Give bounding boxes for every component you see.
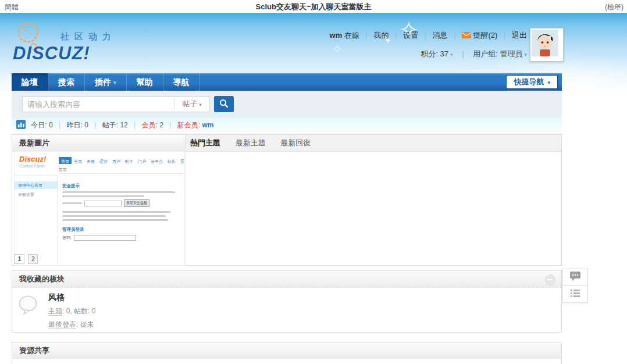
main-nav: 論壇 搜索 插件▾ 幫助 導航 快捷导航▾ [12, 73, 562, 91]
pager-page-2[interactable]: 2 [28, 254, 38, 264]
nav-item-help[interactable]: 幫助 [127, 73, 163, 91]
nav-item-plugins[interactable]: 插件▾ [85, 73, 127, 91]
user-meta-bar: 积分: 37▾ | 用户组: 管理員▾ [421, 49, 527, 59]
thumb-tab: 站长 [165, 157, 178, 164]
comments-mode-button[interactable] [562, 269, 588, 286]
tab-hot-topics[interactable]: 熱門主題 [190, 135, 220, 151]
pager-page-1[interactable]: 1 [15, 254, 24, 264]
separator: | [454, 31, 455, 40]
latest-images-title: 最新圖片 [12, 138, 49, 147]
thumb-sidebar-item: 管理中心首页 [15, 181, 58, 189]
forum-last-post: 最後發表: 從未 [48, 320, 554, 330]
topics-count-link[interactable]: 主题 [48, 307, 62, 316]
thumb-discuz-logo: Discuz! [19, 155, 46, 163]
stats-chart-icon [16, 119, 26, 135]
stat-today: 今日: 0 [31, 121, 52, 129]
thumb-security-heading: 安全提示 [62, 183, 180, 189]
search-scope-dropdown[interactable]: 帖子▾ [174, 99, 209, 109]
nav-item-search[interactable]: 搜索 [48, 73, 85, 91]
chevron-down-icon: ▾ [547, 80, 550, 85]
separator: | [169, 121, 171, 129]
messages-link[interactable]: 消息 [433, 31, 448, 40]
block-header: 资源共享 [12, 342, 561, 359]
thumb-tab: 用户 [110, 157, 123, 164]
thumb-tab: 界面 [84, 157, 97, 164]
forum-stats: 主题: 0, 帖数: 0 [48, 306, 554, 316]
collapse-button[interactable] [545, 274, 555, 285]
speech-bubble-icon [569, 271, 581, 284]
logout-link[interactable]: 退出 [512, 31, 527, 40]
chevron-down-icon: ▾ [113, 80, 116, 85]
image-slider-panel: Discuz! Control Panel 首页全局界面运营用户帖子门户云平台站… [12, 152, 186, 265]
search-input[interactable] [23, 100, 174, 109]
thumb-tab: 云平台 [148, 157, 165, 164]
resources-title: 资源共享 [12, 345, 49, 356]
thumb-input [84, 201, 122, 206]
thumb-admin-main: 安全提示 禁用安全提醒 管理员登录 密码: [58, 175, 184, 265]
mail-icon [462, 31, 471, 40]
thumb-sidebar-item: 界面设置 [15, 192, 58, 198]
usergroup-dropdown[interactable]: 用户组: 管理員▾ [473, 49, 527, 58]
topic-tabs: 熱門主題 最新主題 最新回復 [186, 135, 561, 151]
favorites-title: 我收藏的板块 [12, 274, 65, 284]
chevron-down-icon: ▾ [524, 52, 527, 58]
separator: | [395, 31, 397, 40]
favorite-forums-block: 我收藏的板块 风格 主题: 0, 帖数: 0 最後發表: 從未 [12, 270, 562, 333]
site-logo[interactable]: 社区动力 DISCUZ! [13, 21, 164, 63]
thumb-logo-subtitle: Control Panel [20, 164, 44, 168]
thumb-tab: 门户 [136, 157, 148, 164]
separator: | [94, 121, 96, 129]
my-menu-link[interactable]: 我的 [374, 31, 389, 40]
top-bar: 簡體 Sclub交友聊天~加入聊天室當版主 (檢舉) [0, 0, 627, 13]
search-button[interactable] [214, 96, 234, 112]
report-link[interactable]: (檢舉) [605, 2, 624, 12]
separator: | [462, 49, 464, 58]
username-link[interactable]: wm [330, 31, 343, 40]
block-header: 最新圖片 熱門主題 最新主題 最新回復 [12, 135, 561, 152]
latest-image-thumbnail[interactable]: Discuz! Control Panel 首页全局界面运营用户帖子门户云平台站… [15, 152, 184, 265]
thumb-admin-tabs: 首页全局界面运营用户帖子门户云平台站长应用 [59, 155, 184, 164]
separator: | [59, 121, 60, 129]
quick-nav-button[interactable]: 快捷导航▾ [506, 75, 558, 89]
last-post-link[interactable]: 最後發表 [48, 320, 76, 329]
thumb-disable-button: 禁用安全提醒 [124, 199, 149, 207]
nav-item-navigation[interactable]: 導航 [163, 73, 200, 91]
forum-name-link[interactable]: 风格 [48, 292, 554, 303]
separator: | [134, 121, 136, 129]
thumb-tab: 应用 [178, 157, 184, 164]
logo-title: DISCUZ! [13, 43, 90, 64]
settings-link[interactable]: 设置 [403, 31, 418, 40]
thumb-tab: 帖子 [123, 157, 136, 164]
list-mode-button[interactable] [562, 286, 588, 303]
avatar[interactable] [530, 28, 564, 62]
stat-members: 会员: 2 [142, 121, 163, 129]
separator: | [366, 31, 368, 40]
star-decoration-icon: ✧ [332, 42, 342, 57]
search-icon [219, 102, 229, 110]
block-header: 我收藏的板块 [12, 271, 561, 287]
chevron-down-icon: ▾ [450, 52, 453, 58]
resources-block: 资源共享 [12, 342, 562, 364]
forum-stats-bar: 今日: 0 | 昨日: 0 | 帖子: 12 | 会员: 2 | 新会员: wm [12, 117, 562, 134]
newest-member-link[interactable]: wm [202, 121, 213, 129]
credits-dropdown[interactable]: 积分: 37▾ [421, 49, 453, 58]
chevron-down-icon: ▾ [199, 102, 202, 108]
floating-toolbar [562, 269, 588, 303]
site-title: Sclub交友聊天~加入聊天室當版主 [0, 2, 627, 12]
search-input-group: 帖子▾ [22, 96, 209, 112]
thumb-login-heading: 管理员登录 [62, 227, 180, 233]
separator: | [425, 31, 426, 40]
nav-item-forum[interactable]: 論壇 [12, 73, 48, 91]
tab-latest-topics[interactable]: 最新主題 [236, 135, 266, 151]
user-bar: wm 在線 | 我的 | 设置 | 消息 | 提醒(2) | 退出 [330, 30, 527, 41]
online-status: 在線 [344, 31, 359, 40]
latest-images-block: 最新圖片 熱門主題 最新主題 最新回復 Discuz! Control Pane… [12, 134, 562, 266]
list-icon [569, 288, 581, 300]
page: 簡體 Sclub交友聊天~加入聊天室當版主 (檢舉) ✧ ✦ ✧ 社区动力 DI… [0, 0, 627, 364]
separator: | [504, 31, 505, 40]
tab-latest-replies[interactable]: 最新回復 [280, 135, 311, 151]
hot-topics-panel [186, 152, 561, 265]
notice-link[interactable]: 提醒(2) [473, 31, 497, 40]
search-strip: 帖子▾ [12, 91, 562, 118]
thumb-tab: 运营 [97, 157, 110, 164]
